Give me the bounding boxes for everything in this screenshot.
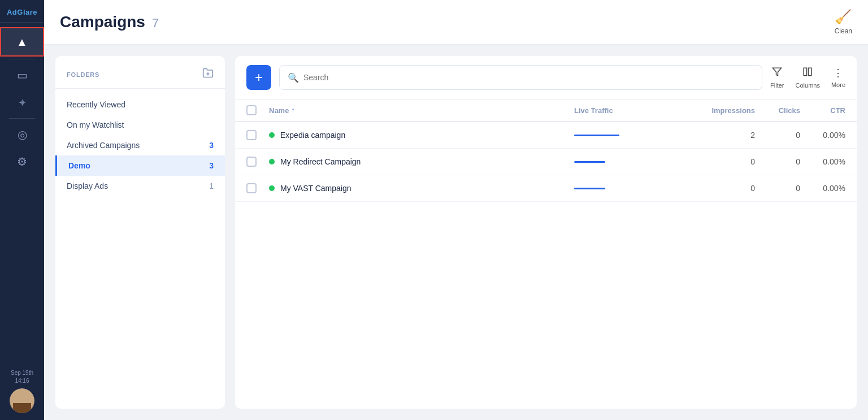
row-checkbox-expedia[interactable] xyxy=(246,130,269,140)
folders-list: Recently Viewed On my Watchlist Archived… xyxy=(55,89,225,202)
add-campaign-button[interactable]: + xyxy=(246,65,271,90)
folder-label-archived: Archived Campaigns xyxy=(67,141,140,150)
sidebar-item-targeting[interactable]: ⌖ xyxy=(0,89,44,116)
row-clicks-expedia: 0 xyxy=(755,131,800,140)
folder-item-recently-viewed[interactable]: Recently Viewed xyxy=(55,94,225,115)
traffic-bar-expedia xyxy=(574,135,619,136)
more-button[interactable]: ⋮ More xyxy=(831,67,845,88)
clean-label: Clean xyxy=(835,27,852,35)
status-dot-vast xyxy=(269,185,275,191)
table-header: Name ↑ Live Traffic Impressions Clicks C… xyxy=(235,99,857,122)
search-icon: 🔍 xyxy=(288,72,299,83)
traffic-bar-redirect xyxy=(574,161,605,163)
page-title: Campaigns xyxy=(60,13,145,31)
header-clicks[interactable]: Clicks xyxy=(755,105,800,115)
add-folder-button[interactable] xyxy=(202,67,214,81)
main-content: Campaigns 7 🧹 Clean FOLDERS xyxy=(44,0,868,420)
sidebar-item-settings[interactable]: ⚙ xyxy=(0,148,44,175)
filter-button[interactable]: Filter xyxy=(770,67,784,89)
header-ctr[interactable]: CTR xyxy=(800,105,845,115)
columns-button[interactable]: Columns xyxy=(796,67,820,89)
row-impressions-expedia: 2 xyxy=(687,131,755,140)
row-name-redirect: My Redirect Campaign xyxy=(269,157,574,166)
header-impressions[interactable]: Impressions xyxy=(687,105,755,115)
sidebar-item-audit[interactable]: ◎ xyxy=(0,121,44,148)
sidebar-item-display[interactable]: ▭ xyxy=(0,62,44,89)
header-ctr-label: CTR xyxy=(830,106,845,115)
folders-header: FOLDERS xyxy=(55,67,225,89)
avatar-image xyxy=(10,388,34,413)
folder-label-watchlist: On my Watchlist xyxy=(67,120,124,129)
checkbox-vast[interactable] xyxy=(246,183,257,193)
search-box[interactable]: 🔍 xyxy=(279,65,762,90)
folder-badge-display-ads: 1 xyxy=(209,181,214,190)
app-logo[interactable]: AdGlare xyxy=(0,0,44,23)
header-clicks-label: Clicks xyxy=(779,106,800,115)
select-all-checkbox[interactable] xyxy=(246,105,257,115)
sort-arrow-name: ↑ xyxy=(291,106,294,114)
table-row[interactable]: My Redirect Campaign 0 0 0.00% xyxy=(235,149,857,175)
folder-item-demo[interactable]: Demo 3 xyxy=(55,155,225,176)
sidebar-divider-2 xyxy=(9,118,36,119)
svg-rect-4 xyxy=(809,68,811,76)
settings-icon: ⚙ xyxy=(17,156,27,167)
header-left: Campaigns 7 xyxy=(60,13,159,31)
checkbox-redirect[interactable] xyxy=(246,157,257,167)
display-icon: ▭ xyxy=(17,70,28,81)
row-ctr-redirect: 0.00% xyxy=(800,157,845,166)
search-input[interactable] xyxy=(303,73,754,82)
header-live-traffic[interactable]: Live Traffic xyxy=(574,105,687,115)
folder-item-display-ads[interactable]: Display Ads 1 xyxy=(55,176,225,196)
row-checkbox-vast[interactable] xyxy=(246,183,269,193)
folder-label-demo: Demo xyxy=(68,161,90,170)
checkbox-expedia[interactable] xyxy=(246,130,257,140)
row-name-vast: My VAST Campaign xyxy=(269,184,574,193)
header-live-traffic-label: Live Traffic xyxy=(574,106,613,115)
avatar[interactable] xyxy=(10,388,34,413)
row-clicks-redirect: 0 xyxy=(755,157,800,166)
row-impressions-vast: 0 xyxy=(687,184,755,193)
sidebar: AdGlare ▲ ▭ ⌖ ◎ ⚙ Sep 19th14:16 xyxy=(0,0,44,420)
targeting-icon: ⌖ xyxy=(19,97,25,108)
more-icon: ⋮ xyxy=(833,67,843,79)
campaign-name-redirect: My Redirect Campaign xyxy=(280,157,361,166)
clean-button[interactable]: 🧹 Clean xyxy=(835,9,852,35)
toolbar-actions: Filter Columns ⋮ More xyxy=(770,67,845,89)
row-checkbox-redirect[interactable] xyxy=(246,157,269,167)
campaigns-table: Name ↑ Live Traffic Impressions Clicks C… xyxy=(235,99,857,409)
more-label: More xyxy=(831,81,845,88)
campaign-count: 7 xyxy=(152,16,159,31)
campaign-name-vast: My VAST Campaign xyxy=(280,184,351,193)
table-row[interactable]: Expedia campaign 2 0 0.00% xyxy=(235,122,857,149)
svg-marker-2 xyxy=(773,68,782,76)
header-name[interactable]: Name ↑ xyxy=(269,105,574,115)
folder-item-archived[interactable]: Archived Campaigns 3 xyxy=(55,135,225,155)
campaign-name-expedia: Expedia campaign xyxy=(280,131,345,140)
row-traffic-vast xyxy=(574,188,687,189)
folder-badge-demo: 3 xyxy=(209,161,214,170)
table-row[interactable]: My VAST Campaign 0 0 0.00% xyxy=(235,175,857,202)
filter-label: Filter xyxy=(770,82,784,89)
add-folder-icon xyxy=(202,67,214,79)
row-clicks-vast: 0 xyxy=(755,184,800,193)
folder-item-watchlist[interactable]: On my Watchlist xyxy=(55,115,225,135)
sidebar-bottom: Sep 19th14:16 xyxy=(10,369,34,420)
folder-badge-archived: 3 xyxy=(209,141,214,150)
folders-panel: FOLDERS Recently Viewed On my Watchlist xyxy=(55,56,225,409)
row-ctr-vast: 0.00% xyxy=(800,184,845,193)
status-dot-redirect xyxy=(269,159,275,164)
header-impressions-label: Impressions xyxy=(711,106,755,115)
folders-title: FOLDERS xyxy=(67,71,99,78)
row-traffic-redirect xyxy=(574,161,687,163)
page-header: Campaigns 7 🧹 Clean xyxy=(44,0,868,45)
folder-label-display-ads: Display Ads xyxy=(67,181,108,190)
campaigns-icon: ▲ xyxy=(16,36,28,47)
row-impressions-redirect: 0 xyxy=(687,157,755,166)
filter-icon xyxy=(772,67,782,80)
status-dot-expedia xyxy=(269,132,275,138)
campaigns-panel: + 🔍 Filter xyxy=(235,56,857,409)
sidebar-item-campaigns[interactable]: ▲ xyxy=(0,27,44,57)
folder-label-recently-viewed: Recently Viewed xyxy=(67,100,125,109)
audit-icon: ◎ xyxy=(18,129,27,140)
header-name-label: Name xyxy=(269,106,289,115)
